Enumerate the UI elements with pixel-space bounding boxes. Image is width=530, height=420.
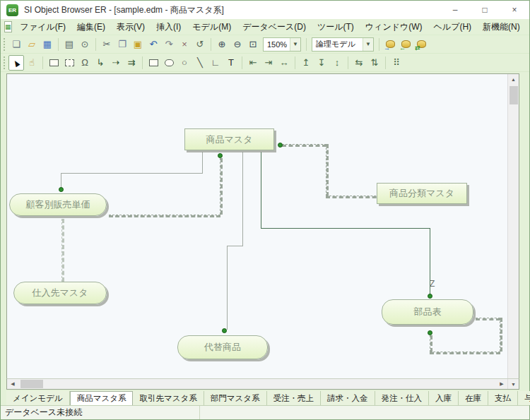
relationship-line[interactable]: [261, 228, 430, 229]
copy-button[interactable]: ❐: [114, 37, 130, 52]
db-sync-button[interactable]: ⇄: [413, 37, 429, 52]
redo-button[interactable]: ↷: [161, 37, 177, 52]
align-right-button[interactable]: ⇥: [261, 55, 276, 71]
menu-database[interactable]: データベース(D): [237, 21, 312, 33]
connector-dot-icon[interactable]: [428, 294, 432, 299]
menu-help[interactable]: ヘルプ(H): [428, 21, 478, 33]
print-button[interactable]: ▤: [61, 37, 77, 52]
distribute-v-button[interactable]: ⇅: [367, 55, 382, 71]
tab-shohin-master-kei[interactable]: 商品マスタ系: [70, 391, 134, 405]
align-top-button[interactable]: ↥: [298, 55, 314, 71]
relationship-line[interactable]: [227, 246, 228, 330]
relationship-line[interactable]: [430, 335, 432, 352]
domain-tool-button[interactable]: Ω: [77, 55, 93, 71]
align-middle-v-button[interactable]: ↕: [329, 55, 345, 71]
tab-shiharai[interactable]: 支払: [488, 391, 518, 405]
toolbar-grip[interactable]: [4, 38, 6, 51]
tab-zaiko[interactable]: 在庫: [459, 391, 488, 405]
menu-insert[interactable]: 挿入(I): [151, 21, 187, 33]
menu-edit[interactable]: 編集(E): [71, 21, 111, 33]
entity-shiiresaki-master[interactable]: 仕入先マスタ: [13, 282, 107, 304]
relationship-line[interactable]: [476, 318, 500, 320]
save-button[interactable]: ▦: [40, 37, 55, 52]
db-reverse-button[interactable]: ←: [398, 37, 413, 52]
entity-tool-button[interactable]: [46, 55, 61, 71]
relationship-line[interactable]: [500, 318, 502, 352]
distribute-h-button[interactable]: ⇆: [351, 55, 367, 71]
relationship-line[interactable]: [202, 152, 203, 174]
tab-main-model[interactable]: メインモデル: [6, 391, 70, 405]
align-center-h-button[interactable]: ↔: [276, 55, 292, 71]
tab-bumon-master-kei[interactable]: 部門マスタ系: [204, 391, 267, 405]
pan-tool-button[interactable]: ☝: [24, 55, 40, 71]
relationship-line[interactable]: [242, 152, 243, 246]
scroll-left-icon[interactable]: ◀: [7, 379, 18, 389]
zoom-out-button[interactable]: ⊖: [230, 37, 245, 52]
tab-nyuko[interactable]: 入庫: [429, 391, 459, 405]
relationship-line[interactable]: [282, 144, 326, 147]
zoom-actual-button[interactable]: ⊡: [245, 37, 261, 52]
chevron-down-icon[interactable]: ▼: [363, 38, 373, 51]
undo-button[interactable]: ↶: [146, 37, 161, 52]
horizontal-scroll-thumb[interactable]: [20, 380, 43, 388]
entity-shohin-master[interactable]: 商品マスタ: [184, 128, 274, 150]
select-tool-button[interactable]: ▲: [8, 55, 24, 71]
connector-dot-icon[interactable]: [428, 330, 432, 335]
close-button[interactable]: ×: [500, 1, 529, 19]
grid-layout-button[interactable]: ⠿: [389, 55, 404, 71]
tab-juchu-uriage[interactable]: 受注・売上: [267, 391, 322, 405]
elbow-line-tool-button[interactable]: ∟: [208, 55, 223, 71]
connector-dot-icon[interactable]: [222, 328, 227, 333]
scroll-down-icon[interactable]: ▼: [507, 379, 519, 389]
align-bottom-button[interactable]: ↧: [314, 55, 329, 71]
connector-dot-icon[interactable]: [278, 143, 283, 148]
view-tool-button[interactable]: [61, 55, 77, 71]
scroll-up-icon[interactable]: ▲: [508, 74, 519, 85]
cut-button[interactable]: ✂: [99, 37, 114, 52]
zoom-in-button[interactable]: ⊕: [214, 37, 230, 52]
scroll-right-icon[interactable]: ▶: [496, 379, 507, 389]
toolbar-grip[interactable]: [4, 56, 6, 69]
new-file-button[interactable]: ❏: [8, 37, 24, 52]
relationship-line[interactable]: [61, 219, 64, 282]
identifying-relationship-tool-button[interactable]: ↳: [93, 55, 108, 71]
print-preview-button[interactable]: ⊙: [77, 37, 93, 52]
minimize-button[interactable]: –: [440, 1, 470, 19]
relationship-line[interactable]: [227, 246, 243, 246]
relationship-line[interactable]: [326, 196, 383, 198]
entity-buhinhyo[interactable]: 部品表: [382, 299, 473, 325]
connector-dot-icon[interactable]: [218, 153, 223, 158]
menu-window[interactable]: ウィンドウ(W): [360, 21, 428, 33]
maximize-button[interactable]: □: [470, 1, 500, 19]
menu-model[interactable]: モデル(M): [187, 21, 237, 33]
horizontal-scrollbar[interactable]: ◀ ▶: [7, 379, 507, 389]
vertical-scroll-thumb[interactable]: [510, 86, 518, 104]
zoom-select[interactable]: 150% ▼: [263, 37, 301, 52]
chevron-down-icon[interactable]: ▼: [290, 38, 300, 51]
text-tool-button[interactable]: T: [223, 55, 239, 71]
open-file-button[interactable]: ▱: [24, 37, 40, 52]
relationship-line[interactable]: [220, 158, 223, 215]
diagram-canvas[interactable]: 商品マスタ顧客別販売単価商品分類マスタ仕入先マスタ部品表代替商品Z: [7, 74, 507, 378]
entity-shohin-bunrui-master[interactable]: 商品分類マスタ: [377, 183, 467, 204]
paste-button[interactable]: ▣: [130, 37, 146, 52]
relationship-line[interactable]: [430, 352, 500, 354]
menu-ertoko[interactable]: ERトコ(U): [526, 21, 530, 33]
vertical-scrollbar[interactable]: ▲: [507, 74, 519, 378]
tab-seikyu-nyukin[interactable]: 請求・入金: [321, 391, 375, 405]
model-select[interactable]: 論理モデル ▼: [312, 37, 374, 52]
relationship-line[interactable]: [61, 173, 203, 174]
connector-dot-icon[interactable]: [59, 187, 64, 192]
ellipse-tool-button[interactable]: ○: [177, 55, 192, 71]
multi-relationship-tool-button[interactable]: ⇉: [124, 55, 139, 71]
menu-tools[interactable]: ツール(T): [312, 21, 360, 33]
rectangle-tool-button[interactable]: [146, 55, 161, 71]
delete-button[interactable]: ×: [177, 37, 192, 52]
tab-torihikisaki-master-kei[interactable]: 取引先マスタ系: [133, 391, 204, 405]
menu-new-features[interactable]: 新機能(N): [477, 21, 526, 33]
tab-yoshin[interactable]: 与信: [518, 391, 530, 405]
menu-file[interactable]: ファイル(F): [15, 21, 71, 33]
entity-daitai-shohin[interactable]: 代替商品: [177, 335, 268, 359]
tab-hacchu-shiire[interactable]: 発注・仕入: [375, 391, 430, 405]
rounded-rectangle-tool-button[interactable]: [161, 55, 177, 71]
